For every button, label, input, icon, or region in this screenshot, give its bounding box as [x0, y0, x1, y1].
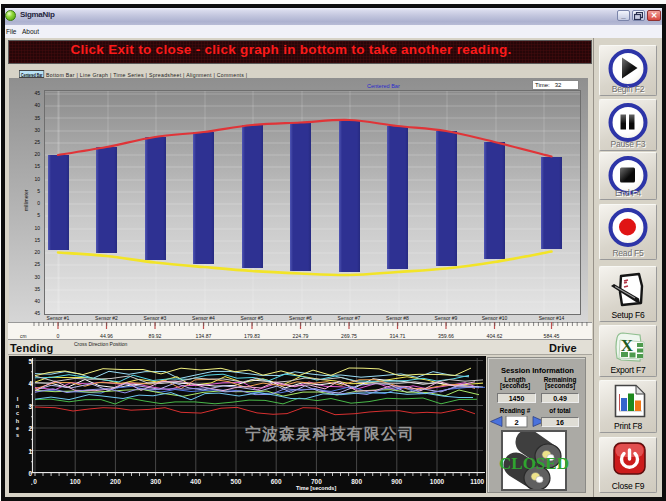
svg-text:2: 2 — [514, 418, 518, 427]
svg-text:X: X — [621, 336, 634, 355]
